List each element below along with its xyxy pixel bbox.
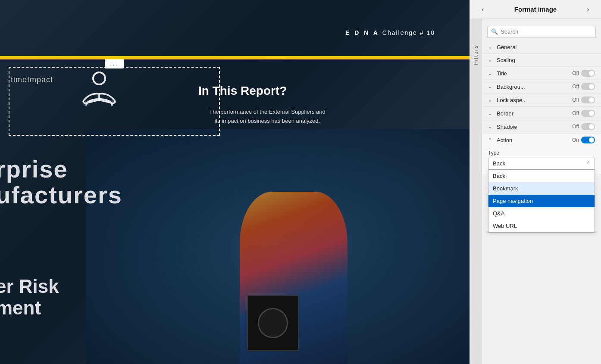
dropdown-item-page-navigation[interactable]: Page navigation: [488, 195, 595, 207]
chevron-down-icon: ⌄: [488, 44, 494, 50]
section-background[interactable]: ⌄ Backgrou... Off: [482, 80, 601, 93]
edna-title: E D N A: [345, 29, 379, 36]
lock-aspect-toggle-track[interactable]: [581, 96, 595, 103]
panel-forward-button[interactable]: ›: [582, 3, 594, 16]
big-text-enterprise: rprise: [0, 155, 68, 183]
action-toggle[interactable]: On: [572, 137, 595, 143]
yellow-accent-bar: [0, 56, 470, 59]
border-toggle-label: Off: [572, 110, 579, 116]
panel-back-button[interactable]: ‹: [477, 3, 489, 16]
canvas-area: E D N A Challenge # 10 ... timeImpact In…: [0, 0, 470, 364]
chevron-down-icon: ⌄: [488, 57, 494, 63]
lock-aspect-toggle-label: Off: [572, 97, 579, 103]
section-title[interactable]: ⌄ Title Off: [482, 67, 601, 80]
background-toggle-label: Off: [572, 84, 579, 90]
dropdown-item-qa[interactable]: Q&A: [488, 207, 595, 220]
section-general[interactable]: ⌄ General: [482, 41, 601, 54]
action-toggle-track[interactable]: [581, 137, 595, 143]
dropdown-item-web-url[interactable]: Web URL: [488, 220, 595, 232]
chevron-up-icon: ⌃: [488, 137, 494, 143]
big-text-risk: er Risk: [0, 276, 59, 297]
action-body: Type Back ⌃ Back Bookmark Page navigatio…: [482, 146, 601, 174]
title-toggle[interactable]: Off: [572, 70, 595, 77]
report-desc-line1: The performance of the External Supplier…: [209, 109, 326, 115]
chevron-down-icon: ⌄: [488, 97, 494, 103]
panel-content: Filters 🔍 ⌄ General ⌄ Scaling ⌄ Title: [470, 19, 601, 364]
chevron-down-icon: ⌄: [488, 111, 494, 116]
welder-image: [86, 129, 470, 364]
dropdown-selected-value: Back: [493, 160, 505, 167]
section-action: ⌃ Action On Type Back ⌃: [482, 134, 601, 175]
dropdown-item-bookmark[interactable]: Bookmark: [488, 182, 595, 195]
big-text-manufacturers: ufacturers: [0, 181, 122, 209]
shadow-toggle-track[interactable]: [581, 123, 595, 130]
section-border[interactable]: ⌄ Border Off: [482, 107, 601, 120]
background-toggle[interactable]: Off: [572, 83, 595, 90]
title-toggle-track[interactable]: [581, 70, 595, 77]
dropdown-trigger[interactable]: Back ⌃: [488, 158, 595, 169]
search-box[interactable]: 🔍: [487, 26, 596, 37]
section-scaling[interactable]: ⌄ Scaling: [482, 54, 601, 67]
filters-label: Filters: [473, 45, 479, 65]
action-label: Action: [497, 137, 572, 143]
section-general-label: General: [497, 44, 595, 50]
search-icon: 🔍: [491, 28, 498, 35]
panel-title: Format image: [489, 6, 582, 13]
filters-sidebar: Filters: [470, 19, 482, 364]
shadow-toggle[interactable]: Off: [572, 123, 595, 130]
section-background-label: Backgrou...: [497, 84, 572, 90]
action-header[interactable]: ⌃ Action On: [482, 134, 601, 146]
background-toggle-track[interactable]: [581, 83, 595, 90]
border-toggle[interactable]: Off: [572, 110, 595, 117]
edna-header: E D N A Challenge # 10: [345, 29, 435, 36]
section-lock-aspect[interactable]: ⌄ Lock aspe... Off: [482, 93, 601, 107]
dropdown-item-back[interactable]: Back: [488, 170, 595, 182]
shadow-toggle-label: Off: [572, 124, 579, 130]
panel-main: 🔍 ⌄ General ⌄ Scaling ⌄ Title Off: [482, 19, 601, 364]
panel-header: ‹ Format image ›: [470, 0, 601, 19]
chevron-down-icon: ⌄: [488, 71, 494, 76]
dropdown-menu: Back Bookmark Page navigation Q&A Web UR…: [488, 169, 595, 233]
section-scaling-label: Scaling: [497, 57, 595, 63]
chevron-down-icon: ⌄: [488, 124, 494, 130]
action-toggle-label: On: [572, 137, 579, 143]
search-input[interactable]: [501, 28, 592, 35]
format-image-panel: ‹ Format image › Filters 🔍 ⌄ General ⌄ S…: [470, 0, 601, 364]
selected-element-box[interactable]: ...: [9, 67, 220, 136]
report-desc-line2: its impact on business has been analyzed…: [215, 118, 320, 124]
type-dropdown[interactable]: Back ⌃ Back Bookmark Page navigation Q&A…: [488, 158, 595, 169]
section-shadow[interactable]: ⌄ Shadow Off: [482, 120, 601, 134]
dropdown-chevron-up-icon: ⌃: [586, 161, 590, 166]
big-text-ment: ment: [0, 297, 41, 319]
section-title-label: Title: [497, 70, 572, 77]
lock-aspect-toggle[interactable]: Off: [572, 96, 595, 103]
title-toggle-label: Off: [572, 70, 579, 76]
section-lock-aspect-label: Lock aspe...: [497, 97, 572, 103]
element-context-menu[interactable]: ...: [105, 59, 124, 68]
challenge-text: Challenge # 10: [382, 29, 435, 36]
type-label: Type: [488, 150, 595, 156]
border-toggle-track[interactable]: [581, 110, 595, 117]
chevron-down-icon: ⌄: [488, 84, 494, 90]
section-border-label: Border: [497, 110, 572, 117]
section-shadow-label: Shadow: [497, 124, 572, 130]
